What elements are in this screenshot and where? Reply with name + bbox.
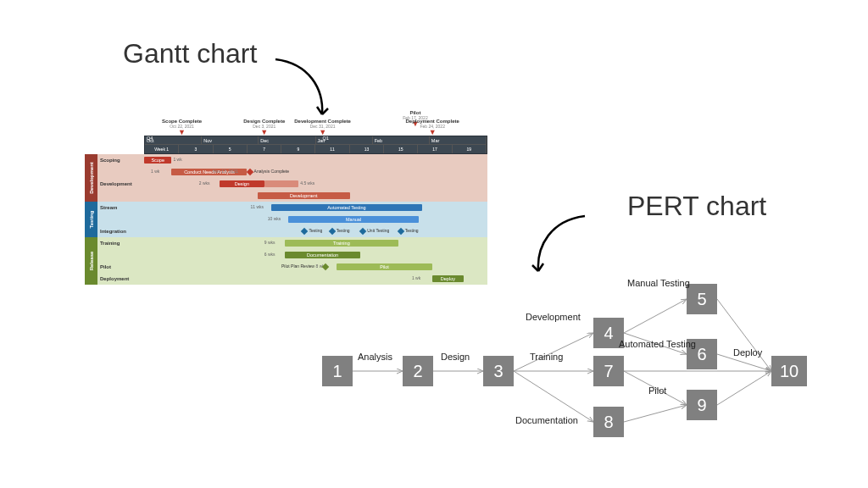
gantt-bar: Pilot	[337, 263, 432, 270]
gantt-row: Manual10 wks	[97, 214, 487, 225]
pert-node: 3	[483, 356, 514, 386]
gantt-diamond	[397, 228, 403, 235]
arrow-to-pert	[513, 212, 589, 280]
gantt-bar: Manual	[288, 216, 419, 223]
pert-edge-label: Training	[530, 352, 563, 362]
gantt-week-cell: 9	[281, 145, 315, 153]
gantt-chart: Scope CompleteOct 22, 2021▼Design Comple…	[85, 119, 487, 297]
gantt-diamond	[359, 228, 366, 235]
gantt-month-cell: Mar	[430, 136, 487, 144]
gantt-row: StreamAutomated Testing11 wks	[97, 202, 487, 214]
pert-node: 5	[687, 284, 717, 314]
pert-node: 9	[687, 390, 717, 420]
pert-edge-label: Documentation	[515, 415, 578, 425]
gantt-week-cell: 13	[350, 145, 384, 153]
gantt-bar: Development	[258, 192, 350, 199]
gantt-row: DevelopmentDesign2 wks4.5 wks	[97, 178, 487, 190]
gantt-month-cell: Feb	[373, 136, 430, 144]
gantt-bar: Automated Testing	[271, 204, 422, 211]
gantt-row: ScopingScope1 wk	[97, 154, 487, 166]
pert-node: 10	[771, 356, 807, 386]
pert-edge-label: Deploy	[733, 347, 762, 358]
gantt-milestone: Scope CompleteOct 22, 2021▼	[162, 119, 202, 136]
pert-node: 1	[322, 356, 353, 386]
gantt-month-cell: Dec	[259, 136, 315, 144]
pert-node: 8	[593, 407, 624, 437]
gantt-week-cell: Week 1	[145, 145, 179, 153]
gantt-row: Development	[97, 190, 487, 202]
gantt-bar	[264, 180, 299, 187]
gantt-week-cell: 15	[384, 145, 418, 153]
pert-edge-label: Pilot	[648, 385, 666, 396]
gantt-week-cell: 7	[248, 145, 281, 153]
pert-edge	[624, 405, 687, 422]
gantt-row: Documentation6 wks	[97, 249, 487, 261]
gantt-week-cell: 19	[453, 145, 487, 153]
gantt-bar: Scope	[144, 157, 171, 164]
gantt-week-cell: 11	[315, 145, 349, 153]
pert-chart: 12345678910 AnalysisDesignDevelopmentTra…	[314, 271, 822, 458]
gantt-milestone: Design CompleteDec 3, 2021▼	[243, 119, 285, 136]
title-pert: PERT chart	[627, 191, 766, 222]
gantt-diamond	[301, 228, 308, 235]
gantt-row: IntegrationTestingTestingUnit TestingTes…	[97, 225, 487, 237]
pert-edge-label: Development	[526, 312, 581, 322]
pert-node: 7	[593, 356, 624, 386]
gantt-week-cell: 3	[179, 145, 213, 153]
pert-edge-label: Design	[441, 352, 470, 362]
pert-edge-label: Manual Testing	[627, 278, 690, 288]
gantt-diamond	[328, 228, 335, 235]
gantt-milestone: Development CompleteDec 31, 2021▼	[294, 119, 351, 136]
pert-node: 2	[403, 356, 433, 386]
pert-edge	[717, 299, 771, 371]
gantt-milestone: Deployment CompleteFeb 24, 2022▼	[406, 119, 459, 136]
gantt-month-cell: Nov	[202, 136, 259, 144]
pert-edge-label: Analysis	[358, 352, 392, 362]
gantt-bar: Design	[220, 180, 264, 187]
gantt-row: TrainingTraining9 wks	[97, 237, 487, 249]
pert-edge-label: Automated Testing	[619, 339, 696, 349]
title-gantt: Gantt chart	[123, 38, 257, 69]
pert-edge	[624, 299, 687, 333]
gantt-timeline-header: OctNovDecJanFebMar Week 135791113151719 …	[144, 136, 487, 154]
pert-edge	[514, 371, 593, 422]
gantt-month-cell: Oct	[145, 136, 202, 144]
gantt-bar: Documentation	[285, 252, 360, 258]
gantt-week-cell: 5	[214, 145, 248, 153]
gantt-section: TestingStreamAutomated Testing11 wksManu…	[85, 202, 487, 237]
gantt-section: DevelopmentScopingScope1 wkConduct Needs…	[85, 154, 487, 202]
pert-edge	[717, 371, 771, 405]
arrow-to-gantt	[271, 55, 348, 123]
gantt-bar: Training	[285, 240, 398, 247]
gantt-week-cell: 17	[418, 145, 452, 153]
gantt-diamond	[246, 169, 253, 175]
gantt-row: Conduct Needs Analysis1 wkAnalysis Compl…	[97, 166, 487, 178]
